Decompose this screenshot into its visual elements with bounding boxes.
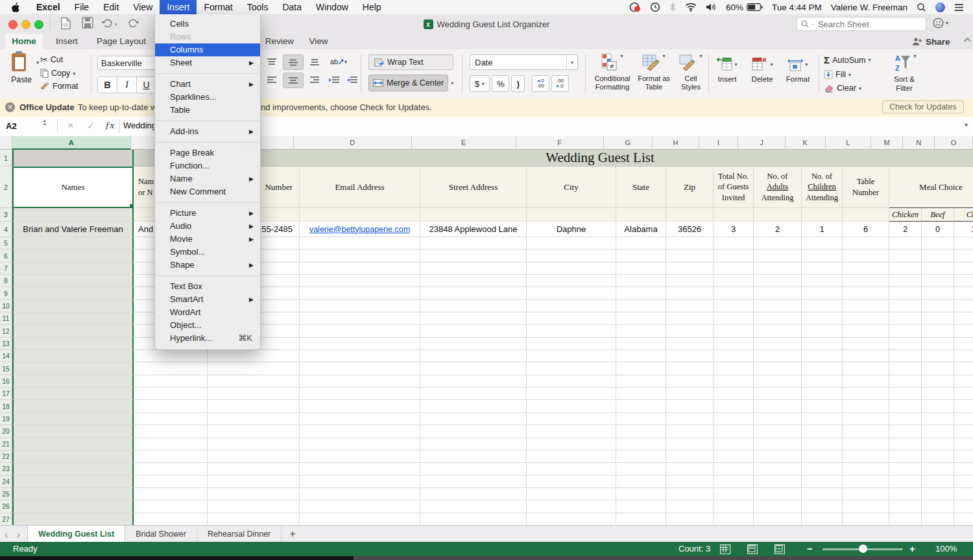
cut-button[interactable]: ✂Cut — [40, 54, 78, 65]
cell-H19[interactable] — [666, 413, 714, 425]
cell-B14[interactable] — [134, 350, 208, 362]
cell-O10[interactable] — [954, 300, 973, 312]
cell-H15[interactable] — [666, 362, 714, 375]
cell-H9[interactable] — [666, 287, 714, 299]
increase-decimal-button[interactable]: ◂.0.00 — [532, 75, 549, 92]
cell-F25[interactable] — [527, 488, 616, 500]
cell-D10[interactable] — [300, 300, 420, 312]
delete-cells-button[interactable]: ▾ Delete — [747, 56, 777, 83]
cell-I11[interactable] — [714, 312, 754, 325]
menubar-item-tools[interactable]: Tools — [240, 0, 276, 14]
column-header-G[interactable]: G — [604, 136, 653, 150]
cell-E7[interactable] — [420, 262, 527, 275]
insert-menu-item-rows[interactable]: Rows — [155, 30, 260, 43]
decrease-indent-button[interactable] — [326, 73, 342, 87]
wrap-text-button[interactable]: Wrap Text — [368, 54, 453, 70]
cell-A18[interactable] — [12, 400, 134, 412]
paste-caret[interactable]: ▾ — [36, 60, 39, 65]
align-bottom-button[interactable] — [305, 54, 324, 69]
cell-M7[interactable] — [889, 262, 922, 275]
cell-G23[interactable] — [616, 463, 666, 475]
cell-K23[interactable] — [802, 463, 843, 475]
cell-A26[interactable] — [12, 500, 134, 513]
row-header-21[interactable]: 21 — [0, 438, 12, 450]
column-header-F[interactable]: F — [516, 136, 604, 150]
cell-I7[interactable] — [714, 262, 754, 275]
cell-E14[interactable] — [420, 350, 527, 362]
cell-E3[interactable] — [420, 208, 527, 222]
cell-N15[interactable] — [922, 362, 954, 375]
cell-G8[interactable] — [616, 275, 666, 287]
cell-K16[interactable] — [802, 375, 843, 388]
cell-L11[interactable] — [843, 312, 889, 325]
cell-E12[interactable] — [420, 325, 527, 337]
cell-A23[interactable] — [12, 463, 134, 475]
cell-G14[interactable] — [616, 350, 666, 362]
page-break-view-icon[interactable] — [775, 544, 785, 554]
cell-E26[interactable] — [420, 500, 527, 513]
cell-D24[interactable] — [300, 476, 420, 488]
cell-O13[interactable] — [954, 338, 973, 350]
cell-N7[interactable] — [922, 262, 954, 275]
cell-A9[interactable] — [12, 287, 134, 299]
cell-A10[interactable] — [12, 300, 134, 312]
insert-menu-item-smartart[interactable]: SmartArt▶ — [155, 293, 260, 306]
cell-O23[interactable] — [954, 463, 973, 475]
cell-C26[interactable] — [208, 500, 300, 513]
row-header-2[interactable]: 2 — [0, 167, 12, 208]
insert-menu-item-sparklines[interactable]: Sparklines... — [155, 91, 260, 104]
row-header-8[interactable]: 8 — [0, 275, 12, 287]
insert-menu-item-cells[interactable]: Cells — [155, 18, 260, 30]
row-header-25[interactable]: 25 — [0, 488, 12, 500]
cell-O24[interactable] — [954, 476, 973, 488]
cell-I22[interactable] — [714, 450, 754, 463]
cell-C27[interactable] — [208, 513, 300, 525]
cell-K19[interactable] — [802, 413, 843, 425]
cell-B25[interactable] — [134, 488, 208, 500]
cell-A14[interactable] — [12, 350, 134, 362]
cell-L22[interactable] — [843, 450, 889, 463]
cell-O22[interactable] — [954, 450, 973, 463]
cell-E15[interactable] — [420, 362, 527, 375]
cell-D5[interactable] — [300, 237, 420, 250]
cell-N10[interactable] — [922, 300, 954, 312]
cell-J10[interactable] — [754, 300, 802, 312]
cell-styles-button[interactable]: ▾ Cell Styles — [676, 53, 706, 91]
cell-K6[interactable] — [802, 250, 843, 262]
cell-O6[interactable] — [954, 250, 973, 262]
column-header-L[interactable]: L — [826, 136, 872, 150]
cell-D9[interactable] — [300, 287, 420, 299]
cell-I21[interactable] — [714, 438, 754, 450]
row-header-19[interactable]: 19 — [0, 413, 12, 425]
cell-F11[interactable] — [527, 312, 616, 325]
cell-J19[interactable] — [754, 413, 802, 425]
normal-view-icon[interactable] — [720, 544, 730, 554]
row-header-6[interactable]: 6 — [0, 250, 12, 262]
cell-A3[interactable] — [12, 208, 134, 222]
insert-menu-item-symbol[interactable]: Symbol... — [155, 246, 260, 259]
cell-M5[interactable] — [889, 237, 922, 250]
row-header-7[interactable]: 7 — [0, 262, 12, 275]
cell-F21[interactable] — [527, 438, 616, 450]
cell-A5[interactable] — [12, 237, 134, 250]
cell-O18[interactable] — [954, 400, 973, 412]
sort-filter-button[interactable]: AZ ▾ Sort & Filter — [887, 53, 921, 93]
cell-J3[interactable] — [754, 208, 802, 222]
insert-menu-item-name[interactable]: Name▶ — [155, 172, 260, 185]
cell-O16[interactable] — [954, 375, 973, 388]
cell-K24[interactable] — [802, 476, 843, 488]
cell-N20[interactable] — [922, 425, 954, 438]
menubar-item-file[interactable]: File — [67, 0, 97, 14]
cell-J14[interactable] — [754, 350, 802, 362]
cell-G6[interactable] — [616, 250, 666, 262]
menubar-item-edit[interactable]: Edit — [96, 0, 126, 14]
cell-K22[interactable] — [802, 450, 843, 463]
cell-L19[interactable] — [843, 413, 889, 425]
cell-G18[interactable] — [616, 400, 666, 412]
cell-M27[interactable] — [889, 513, 922, 525]
cell-M12[interactable] — [889, 325, 922, 337]
cell-L20[interactable] — [843, 425, 889, 438]
cell-E6[interactable] — [420, 250, 527, 262]
cell-A24[interactable] — [12, 476, 134, 488]
cell-N5[interactable] — [922, 237, 954, 250]
